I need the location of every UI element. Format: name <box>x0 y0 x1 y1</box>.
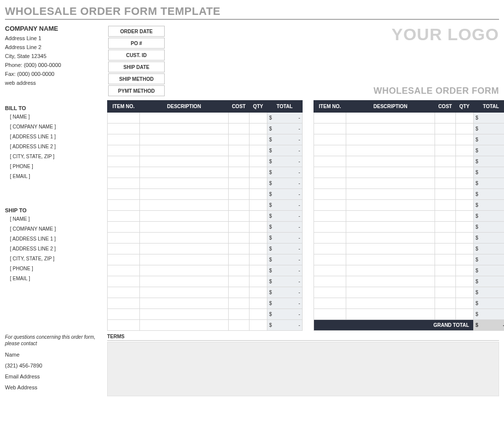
item-cell[interactable] <box>228 298 249 309</box>
item-cell[interactable] <box>455 167 473 178</box>
item-cell[interactable] <box>108 156 140 167</box>
item-cell[interactable] <box>435 309 455 320</box>
item-cell[interactable]: $- <box>267 320 302 331</box>
item-cell[interactable] <box>435 287 455 298</box>
field-placeholder[interactable]: [ CITY, STATE, ZIP ] <box>10 256 98 261</box>
item-cell[interactable] <box>228 113 249 123</box>
item-cell[interactable]: $- <box>267 200 302 211</box>
item-cell[interactable] <box>435 189 455 200</box>
item-cell[interactable] <box>314 123 346 134</box>
item-cell[interactable] <box>435 222 455 233</box>
item-cell[interactable] <box>314 287 346 298</box>
field-placeholder[interactable]: [ EMAIL ] <box>10 174 98 179</box>
item-cell[interactable] <box>455 134 473 145</box>
item-cell[interactable] <box>140 265 229 276</box>
item-cell[interactable] <box>249 244 267 254</box>
item-cell[interactable]: $- <box>473 178 504 189</box>
item-cell[interactable] <box>140 287 229 298</box>
item-cell[interactable] <box>249 254 267 265</box>
item-cell[interactable] <box>108 145 140 156</box>
item-cell[interactable] <box>346 298 435 309</box>
field-placeholder[interactable]: [ NAME ] <box>10 216 98 222</box>
item-cell[interactable] <box>455 244 473 254</box>
item-cell[interactable] <box>346 233 435 244</box>
item-cell[interactable] <box>140 200 229 211</box>
item-cell[interactable]: $- <box>267 156 302 167</box>
item-cell[interactable]: $- <box>473 134 504 145</box>
item-cell[interactable] <box>228 222 249 233</box>
item-cell[interactable] <box>346 123 435 134</box>
item-cell[interactable] <box>346 222 435 233</box>
item-cell[interactable] <box>249 167 267 178</box>
item-cell[interactable] <box>435 211 455 222</box>
field-placeholder[interactable]: [ ADDRESS LINE 1 ] <box>10 134 98 139</box>
item-cell[interactable] <box>108 287 140 298</box>
item-cell[interactable] <box>140 113 229 123</box>
item-cell[interactable] <box>346 200 435 211</box>
item-cell[interactable] <box>228 233 249 244</box>
item-cell[interactable] <box>455 276 473 287</box>
item-cell[interactable] <box>228 167 249 178</box>
item-cell[interactable] <box>140 320 229 331</box>
item-cell[interactable] <box>228 287 249 298</box>
item-cell[interactable]: $- <box>473 254 504 265</box>
item-cell[interactable]: $- <box>473 233 504 244</box>
item-cell[interactable] <box>140 298 229 309</box>
item-cell[interactable]: $- <box>473 145 504 156</box>
item-cell[interactable] <box>140 276 229 287</box>
item-cell[interactable] <box>455 222 473 233</box>
item-cell[interactable]: $- <box>267 211 302 222</box>
field-placeholder[interactable]: [ ADDRESS LINE 2 ] <box>10 246 98 251</box>
item-cell[interactable] <box>346 189 435 200</box>
item-cell[interactable] <box>346 254 435 265</box>
item-cell[interactable]: $- <box>473 309 504 320</box>
item-cell[interactable] <box>455 145 473 156</box>
item-cell[interactable] <box>140 189 229 200</box>
item-cell[interactable] <box>228 200 249 211</box>
item-cell[interactable] <box>455 287 473 298</box>
item-cell[interactable]: $- <box>473 276 504 287</box>
item-cell[interactable] <box>249 113 267 123</box>
item-cell[interactable]: $- <box>267 113 302 123</box>
field-placeholder[interactable]: [ EMAIL ] <box>10 276 98 281</box>
item-cell[interactable]: $- <box>473 123 504 134</box>
item-cell[interactable] <box>455 265 473 276</box>
item-cell[interactable] <box>140 211 229 222</box>
item-cell[interactable] <box>346 113 435 123</box>
item-cell[interactable] <box>455 113 473 123</box>
item-cell[interactable] <box>249 189 267 200</box>
item-cell[interactable] <box>140 167 229 178</box>
item-cell[interactable] <box>108 134 140 145</box>
order-meta-cell[interactable]: SHIP DATE <box>108 62 165 72</box>
item-cell[interactable] <box>346 167 435 178</box>
item-cell[interactable] <box>228 309 249 320</box>
item-cell[interactable] <box>228 211 249 222</box>
item-cell[interactable] <box>455 200 473 211</box>
item-cell[interactable] <box>314 298 346 309</box>
item-cell[interactable]: $- <box>473 287 504 298</box>
item-cell[interactable] <box>346 178 435 189</box>
item-cell[interactable]: $- <box>473 222 504 233</box>
item-cell[interactable]: $- <box>267 167 302 178</box>
item-cell[interactable] <box>228 156 249 167</box>
item-cell[interactable]: $- <box>473 189 504 200</box>
item-cell[interactable] <box>108 265 140 276</box>
item-cell[interactable] <box>314 222 346 233</box>
item-cell[interactable] <box>140 222 229 233</box>
item-cell[interactable]: $- <box>267 233 302 244</box>
item-cell[interactable]: $- <box>267 145 302 156</box>
item-cell[interactable] <box>249 276 267 287</box>
item-cell[interactable]: $- <box>473 244 504 254</box>
item-cell[interactable] <box>455 254 473 265</box>
field-placeholder[interactable]: [ PHONE ] <box>10 164 98 169</box>
field-placeholder[interactable]: [ COMPANY NAME ] <box>10 226 98 232</box>
item-cell[interactable] <box>108 309 140 320</box>
item-cell[interactable] <box>249 320 267 331</box>
item-cell[interactable] <box>455 309 473 320</box>
item-cell[interactable] <box>108 244 140 254</box>
item-cell[interactable] <box>455 298 473 309</box>
item-cell[interactable]: $- <box>267 309 302 320</box>
item-cell[interactable] <box>455 156 473 167</box>
item-cell[interactable]: $- <box>473 113 504 123</box>
item-cell[interactable] <box>435 156 455 167</box>
